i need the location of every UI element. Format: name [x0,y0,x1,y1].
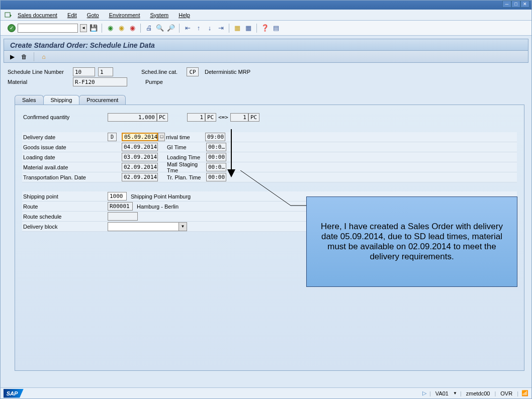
tab-sales[interactable]: Sales [15,95,44,105]
sched-line-number-1[interactable] [73,67,95,76]
help-icon[interactable]: ❓ [260,24,270,33]
flow-arrow-icon [225,129,237,178]
status-system: zmetdc00 [465,390,492,396]
menu-edit[interactable]: Edit [63,11,81,19]
app-window: ─ □ ✕ Sales document Edit Goto Environme… [0,0,532,399]
prev-page-icon[interactable]: ↑ [194,24,203,33]
loading-time-label: Loading Time [167,154,206,160]
route-schedule-label: Route schedule [22,214,108,220]
separator [140,24,141,33]
shipping-point-label: Shipping point [22,193,108,200]
delivery-date-val[interactable]: 05.09.2014 [122,133,158,141]
svg-rect-0 [5,13,10,17]
separator [256,24,257,33]
mat-avail-label: Material avail.date [22,164,108,170]
first-page-icon[interactable]: ⇤ [183,24,192,33]
sap-logo-icon: SAP [4,389,24,398]
delivery-date-label: Delivery date [22,134,108,140]
enter-button[interactable]: ✓ [8,24,16,32]
status-forward-icon[interactable]: ▷ [422,390,426,396]
arrival-time-val[interactable]: 09:00 [205,133,225,141]
separator [34,52,34,61]
delivery-date-type[interactable]: D [108,133,117,141]
sched-line-number-label: Schedule Line Number [8,69,73,75]
shipping-point-val[interactable]: 1000 [108,192,127,201]
titlebar: ─ □ ✕ [1,1,531,10]
delivery-date-f4-icon[interactable]: ☐ [158,133,165,141]
page-title: Create Standard Order: Schedule Line Dat… [4,39,528,51]
arrival-time-label: rrival time [166,134,205,140]
tr-plan-time-val[interactable]: 00:00 [206,173,226,181]
qty3-unit: PC [248,113,259,122]
route-val[interactable]: R00001 [108,202,133,211]
shortcut-icon[interactable]: ▦ [244,24,253,33]
material-label: Material [8,79,73,85]
tab-shipping[interactable]: Shipping [43,95,80,105]
command-dropdown[interactable]: ◄ [80,24,87,32]
route-schedule-val[interactable] [108,212,138,221]
svg-marker-2 [227,169,235,177]
sched-line-cat-val[interactable] [187,67,199,76]
create-session-icon[interactable]: ▦ [233,24,242,33]
last-page-icon[interactable]: ⇥ [216,24,225,33]
find-next-icon[interactable]: 🔎 [166,24,175,33]
annotation-callout: Here, I have created a Sales Order with … [306,196,517,287]
annotation-text: Here, I have created a Sales Order with … [316,222,508,262]
loading-date-val[interactable]: 03.09.2014 [122,153,158,161]
find-icon[interactable]: 🔍 [155,24,164,33]
cancel-icon[interactable]: ◉ [128,24,137,33]
goods-issue-val[interactable]: 04.09.2014 [122,143,158,151]
tr-plan-date-val[interactable]: 02.09.2014 [122,173,158,181]
gi-time-val[interactable]: 00:0… [206,143,226,151]
qty-separator: <=> [218,114,228,121]
toolbar: ✓ ◄ 💾 ◉ ◉ ◉ 🖨 🔍 🔎 ⇤ ↑ ↓ ⇥ ▦ ▦ ❓ ▤ [1,21,531,36]
action-bar: ▶ 🗑 ⌂ [4,51,528,63]
route-desc: Hamburg - Berlin [137,204,179,210]
print-icon[interactable]: 🖨 [144,24,153,33]
menu-help[interactable]: Help [174,11,194,19]
qty3-val: 1 [230,113,248,122]
menubar: Sales document Edit Goto Environment Sys… [1,10,531,21]
confirmed-qty-label: Confirmed quantity [22,114,108,120]
menu-goto[interactable]: Goto [83,11,103,19]
sched-line-cat-desc: Deterministic MRP [205,69,250,75]
route-label: Route [22,204,108,210]
close-button[interactable]: ✕ [520,1,529,8]
qty2-val: 1 [187,113,205,122]
menu-environment[interactable]: Environment [105,11,144,19]
minimize-button[interactable]: ─ [502,1,511,8]
loading-time-val[interactable]: 00:00 [206,153,226,161]
material-val[interactable] [73,77,127,86]
tab-procurement[interactable]: Procurement [79,95,126,105]
gi-time-label: GI Time [167,144,206,150]
mat-avail-val[interactable]: 02.09.2014 [122,163,158,171]
separator [179,24,180,33]
tabs: Sales Shipping Procurement [15,95,524,105]
sched-line-number-2[interactable] [98,67,113,76]
execute-icon[interactable]: ▶ [8,53,16,61]
separator [102,24,102,33]
goods-issue-label: Goods issue date [22,144,108,150]
confirmed-qty-val: 1,000 [108,113,157,122]
mat-staging-label: Matl Staging Tme [167,161,206,173]
back-icon[interactable]: ◉ [106,24,115,33]
loading-date-label: Loading date [22,154,108,160]
exit-icon[interactable]: ◉ [117,24,126,33]
window-controls: ─ □ ✕ [502,1,529,8]
save-icon[interactable]: 💾 [89,24,98,33]
command-field[interactable] [18,24,78,33]
menu-system-icon[interactable] [5,12,12,19]
menu-sales-document[interactable]: Sales document [14,11,61,19]
status-signal-icon: 📶 [521,390,528,396]
layout-icon[interactable]: ▤ [272,24,281,33]
delivery-block-select[interactable]: ▼ [108,222,187,231]
status-tcode: VA01 [434,390,450,396]
delete-icon[interactable]: 🗑 [20,53,28,61]
status-mode: OVR [499,390,514,396]
maximize-button[interactable]: □ [511,1,520,8]
next-page-icon[interactable]: ↓ [205,24,214,33]
statusbar: SAP ▷ | VA01 ▼ | zmetdc00 | OVR | 📶 [1,387,531,398]
home-icon[interactable]: ⌂ [40,53,48,61]
mat-staging-val[interactable]: 00:0… [206,163,226,171]
menu-system[interactable]: System [146,11,172,19]
